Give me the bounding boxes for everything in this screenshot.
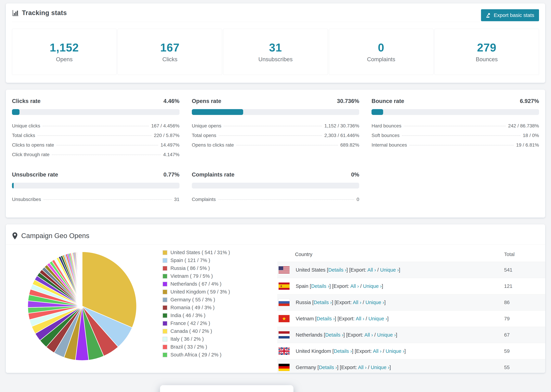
dashboard-page: Tracking stats Export basic stats 1,152O… <box>0 0 551 373</box>
stat-value: 0 <box>378 41 384 54</box>
rate-row-value: 4.147% <box>163 152 179 157</box>
export-all-link[interactable]: All › <box>356 316 364 321</box>
rate-row-value: 19 / 6.81% <box>516 142 539 148</box>
country-cell: Vietnam [Details ›] [Export: All › / Uni… <box>296 316 389 322</box>
stat-box-opens: 1,152Opens <box>12 29 117 75</box>
geo-table: Country Total United States [Details ›] … <box>277 247 545 373</box>
rate-row-label: Soft bounces <box>372 133 399 138</box>
details-link[interactable]: Details › <box>328 267 346 273</box>
stat-box-bounces: 279Bounces <box>434 29 539 75</box>
rate-percentage: 6.927% <box>520 98 539 104</box>
legend-swatch <box>162 352 167 357</box>
legend-item-brazil: Brazil ( 33 / 2% ) <box>162 344 277 350</box>
country-cell: United Kingdom [Details ›] [Export: All … <box>296 348 406 354</box>
export-all-link[interactable]: All › <box>373 348 381 354</box>
export-all-link[interactable]: All › <box>358 365 367 370</box>
export-unique-link[interactable]: Unique › <box>380 267 399 273</box>
export-unique-link[interactable]: Unique › <box>368 316 387 321</box>
tracking-stats-header: Tracking stats <box>12 9 539 17</box>
export-all-link[interactable]: All › <box>367 267 376 273</box>
geo-table-row-nl: Netherlands [Details ›] [Export: All › /… <box>277 327 545 343</box>
export-basic-stats-button[interactable]: Export basic stats <box>481 9 539 21</box>
country-column-header: Country <box>277 252 504 257</box>
stat-label: Unsubscribes <box>258 56 293 63</box>
details-link[interactable]: Details › <box>334 348 352 354</box>
rate-card-clicks-rate: Clicks rate4.46%Unique clicks167 / 4.456… <box>12 98 179 157</box>
legend-swatch <box>162 250 167 255</box>
export-all-link[interactable]: All › <box>353 300 361 305</box>
rate-row-value: 14.497% <box>161 142 179 148</box>
legend-swatch <box>162 337 167 342</box>
rate-progress-bar <box>192 183 359 189</box>
geo-table-row-vn: Vietnam [Details ›] [Export: All › / Uni… <box>277 310 545 327</box>
rate-row: Opens to clicks rate689.82% <box>192 142 359 148</box>
stat-label: Bounces <box>476 56 498 63</box>
legend-item-south-africa: South Africa ( 29 / 2% ) <box>162 352 277 358</box>
rate-row: Total clicks220 / 5.87% <box>12 133 179 138</box>
export-all-link[interactable]: All › <box>350 283 359 289</box>
header-divider <box>12 22 539 22</box>
page-title: Tracking stats <box>22 9 67 17</box>
legend-label: Canada ( 40 / 2% ) <box>170 328 212 334</box>
details-link[interactable]: Details › <box>325 332 343 338</box>
dotted-leader <box>409 145 514 145</box>
export-label: Export: <box>336 300 352 305</box>
details-link[interactable]: Details › <box>311 283 329 289</box>
rate-progress-bar <box>12 109 179 115</box>
country-cell: United States [Details ›] [Export: All ›… <box>296 267 400 273</box>
rate-row-label: Unique clicks <box>12 123 40 129</box>
rate-title: Complaints rate <box>192 171 234 178</box>
rate-card-bounce-rate: Bounce rate6.927%Hard bounces242 / 86.73… <box>372 98 539 157</box>
export-all-link[interactable]: All › <box>364 332 373 338</box>
rate-percentage: 0.77% <box>163 171 179 178</box>
rate-row: Unique opens1,152 / 30.736% <box>192 123 359 129</box>
export-button-label: Export basic stats <box>494 12 534 18</box>
rate-row-value: 31 <box>174 197 179 202</box>
export-unique-link[interactable]: Unique › <box>386 348 404 354</box>
country-name: Netherlands <box>296 332 322 338</box>
rates-card: Clicks rate4.46%Unique clicks167 / 4.456… <box>6 90 545 217</box>
rate-progress-bar <box>12 183 179 189</box>
rate-progress-bar <box>372 109 539 115</box>
stat-value: 279 <box>477 41 496 54</box>
rate-title: Clicks rate <box>12 98 41 104</box>
row-total: 86 <box>504 300 545 305</box>
country-cell: Spain [Details ›] [Export: All › / Uniqu… <box>296 283 383 289</box>
dotted-leader <box>43 199 172 200</box>
rate-row-value: 689.82% <box>340 142 359 148</box>
geo-content: United States ( 541 / 31% )Spain ( 121 /… <box>12 247 545 373</box>
export-unique-link[interactable]: Unique › <box>371 365 389 370</box>
legend-item-canada: Canada ( 40 / 2% ) <box>162 328 277 334</box>
export-unique-link[interactable]: Unique › <box>366 300 384 305</box>
export-unique-link[interactable]: Unique › <box>363 283 382 289</box>
legend-swatch <box>162 258 167 263</box>
legend-item-germany: Germany ( 55 / 3% ) <box>162 297 277 302</box>
legend-label: Vietnam ( 79 / 5% ) <box>170 273 213 279</box>
country-name: Russia <box>296 300 311 305</box>
rate-percentage: 30.736% <box>337 98 359 104</box>
rate-row: Clicks to opens rate14.497% <box>12 142 179 148</box>
export-unique-link[interactable]: Unique › <box>377 332 396 338</box>
legend-item-united-states: United States ( 541 / 31% ) <box>162 250 277 255</box>
rate-progress-fill <box>372 109 383 115</box>
tracking-stats-card: Tracking stats Export basic stats 1,152O… <box>6 3 545 83</box>
legend-item-romania: Romania ( 49 / 3% ) <box>162 305 277 310</box>
rate-row-label: Opens to clicks rate <box>192 142 234 148</box>
legend-swatch <box>162 329 167 334</box>
rate-progress-fill <box>12 109 20 115</box>
details-link[interactable]: Details › <box>317 316 335 321</box>
legend-swatch <box>162 290 167 294</box>
legend-swatch <box>162 266 167 271</box>
legend-label: South Africa ( 29 / 2% ) <box>170 352 221 358</box>
legend-label: United States ( 541 / 31% ) <box>170 250 230 255</box>
legend-label: India ( 46 / 3% ) <box>170 313 205 318</box>
rate-row: Complaints0 <box>192 197 359 202</box>
rate-row-value: 18 / 0% <box>523 133 539 138</box>
legend-swatch <box>162 345 167 350</box>
rate-row-label: Unique opens <box>192 123 221 129</box>
legend-swatch <box>162 321 167 326</box>
details-link[interactable]: Details › <box>319 365 337 370</box>
country-flag-de <box>279 364 290 371</box>
details-link[interactable]: Details › <box>314 300 332 305</box>
stat-box-clicks: 167Clicks <box>118 29 222 75</box>
